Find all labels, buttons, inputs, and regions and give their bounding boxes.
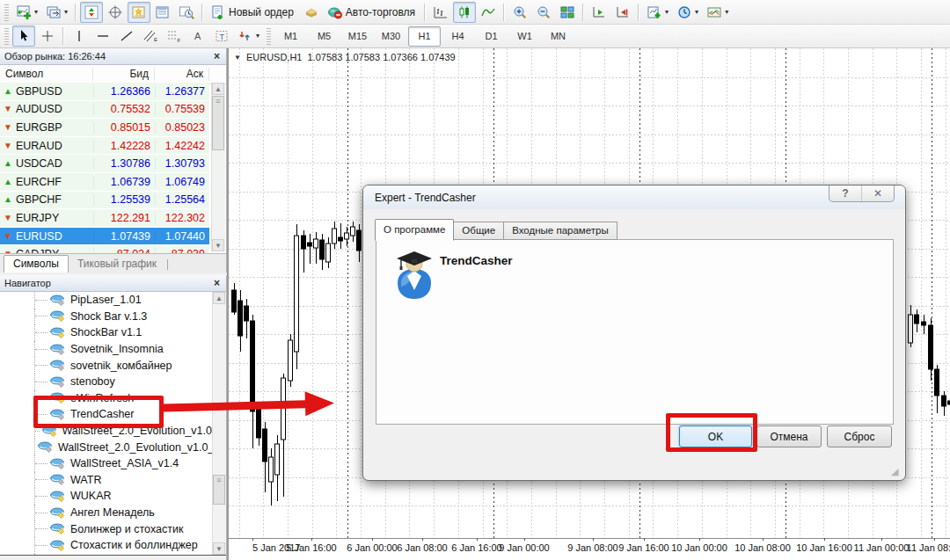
profiles-button[interactable]: ▾ xyxy=(42,2,71,23)
tab-about[interactable]: О программе xyxy=(375,219,454,241)
market-watch-scrollbar[interactable]: ▲ ≡ ▼ xyxy=(211,83,225,251)
equidistant-channel-tool-button[interactable]: E xyxy=(139,25,162,47)
expert-advisor-icon xyxy=(49,309,67,323)
text-tool-button[interactable]: A xyxy=(186,25,209,47)
vertical-line-tool-button[interactable] xyxy=(68,25,91,47)
timeframe-button-w1[interactable]: W1 xyxy=(508,26,541,47)
tab-common[interactable]: Общие xyxy=(454,222,504,240)
navigator-item-wallstreet_2-0_evolution_v1-0_si[interactable]: WallStreet_2.0_Evolution_v1.0_Si xyxy=(0,439,212,455)
navigator-scrollbar[interactable]: ▲ ≡ ▼ xyxy=(212,292,226,555)
market-watch-row-eurgbp[interactable]: ▼EURGBP0.850150.85023 xyxy=(0,119,209,137)
resize-grip-icon[interactable]: ◢ xyxy=(891,466,902,476)
tab-tick-chart[interactable]: Тиковый график xyxy=(69,256,165,273)
autotrading-button[interactable]: Авто-торговля xyxy=(324,2,420,23)
navigator-item-label: WallStreet_ASIA_v1.4 xyxy=(70,457,179,469)
timeframe-button-m15[interactable]: M15 xyxy=(341,26,374,47)
chart-dropdown-icon[interactable]: ▼ xyxy=(234,54,241,62)
market-watch-row-euraud[interactable]: ▼EURAUD1.422281.42242 xyxy=(0,137,209,156)
market-watch-row-usdcad[interactable]: ▲USDCAD1.307861.30793 xyxy=(0,155,209,173)
market-watch-row-gbpchf[interactable]: ▲GBPCHF1.255391.25564 xyxy=(0,192,209,210)
close-icon[interactable]: × xyxy=(212,278,222,288)
price-down-icon: ▼ xyxy=(4,214,12,222)
scroll-down-icon[interactable]: ▼ xyxy=(213,542,225,555)
candlestick-chart-button[interactable] xyxy=(453,2,476,23)
terminal-button[interactable] xyxy=(151,2,174,23)
column-symbol[interactable]: Символ xyxy=(0,68,93,81)
navigator-item-shockbar-v1-1[interactable]: ShockBar v1.1 xyxy=(0,324,212,341)
market-watch-row-eurusd[interactable]: ▼EURUSD1.074391.07440 xyxy=(0,228,209,246)
cursor-tool-button[interactable] xyxy=(12,25,35,47)
navigator-item-stenoboy[interactable]: stenoboy xyxy=(0,374,212,390)
tree-line xyxy=(0,374,35,390)
strategy-tester-button[interactable] xyxy=(175,2,198,23)
price-up-icon: ▲ xyxy=(4,195,12,204)
timeframe-button-h4[interactable]: H4 xyxy=(442,26,474,47)
auto-scroll-button[interactable] xyxy=(588,2,610,23)
timeframe-button-m5[interactable]: M5 xyxy=(308,26,340,47)
market-watch-row-eurchf[interactable]: ▲EURCHF1.067391.06749 xyxy=(0,173,209,192)
column-ask[interactable]: Аск xyxy=(155,68,209,81)
arrows-icon xyxy=(238,29,253,43)
scrollbar-thumb[interactable]: ≡ xyxy=(213,475,225,505)
trendline-tool-button[interactable] xyxy=(115,25,138,47)
tab-symbols[interactable]: Символы xyxy=(4,255,69,273)
scrollbar-thumb[interactable]: ≡ xyxy=(212,96,224,150)
navigator-item-wallstreet_asia_v1-4[interactable]: WallStreet_ASIA_v1.4 xyxy=(0,455,212,472)
scroll-up-icon[interactable]: ▲ xyxy=(213,292,225,304)
market-watch-row-eurjpy[interactable]: ▼EURJPY122.291122.302 xyxy=(0,209,209,228)
toolbar-separator xyxy=(75,4,77,21)
toolbar-gripper[interactable] xyxy=(4,4,9,21)
dialog-close-button[interactable]: ✕ xyxy=(861,185,894,201)
timeframe-button-h1[interactable]: H1 xyxy=(408,26,441,47)
indicators-button[interactable]: ▾ xyxy=(643,2,672,23)
tile-windows-button[interactable] xyxy=(556,2,579,23)
column-bid[interactable]: Бид xyxy=(93,68,155,81)
tab-inputs[interactable]: Входные параметры xyxy=(504,222,618,240)
help-button[interactable]: ? xyxy=(829,185,861,201)
timeframe-button-m1[interactable]: M1 xyxy=(274,26,307,47)
metaeditor-button[interactable] xyxy=(300,2,323,23)
periods-button[interactable]: ▾ xyxy=(673,2,702,23)
timeframe-button-mn[interactable]: MN xyxy=(542,26,574,47)
scroll-up-icon[interactable]: ▲ xyxy=(212,83,224,95)
bar-chart-button[interactable] xyxy=(429,2,452,23)
line-chart-button[interactable] xyxy=(477,2,500,23)
timeframe-button-d1[interactable]: D1 xyxy=(475,26,508,47)
new-chart-button[interactable]: ▾ xyxy=(12,2,41,23)
navigator-item-watr[interactable]: WATR xyxy=(0,472,212,489)
navigator-item-shock-bar-v-1-3[interactable]: Shock Bar v.1.3 xyxy=(0,309,212,325)
market-watch-toggle-button[interactable] xyxy=(80,2,103,23)
zoom-out-button[interactable] xyxy=(532,2,555,23)
navigator-item--[interactable]: Болинжер и стохастик xyxy=(0,520,212,537)
market-watch-row-audusd[interactable]: ▼AUDUSD0.755320.75539 xyxy=(0,101,209,120)
navigator-item-sovetnik_insomnia[interactable]: Sovetnik_Insomnia xyxy=(0,341,212,358)
navigator-item--[interactable]: Ангел Менадель xyxy=(0,505,212,521)
navigator-toggle-button[interactable] xyxy=(128,2,150,23)
toolbar-gripper[interactable] xyxy=(267,27,271,45)
templates-button[interactable]: ▾ xyxy=(703,2,732,23)
horizontal-line-tool-button[interactable] xyxy=(91,25,114,47)
navigator-item-sovetnik_-[interactable]: sovetnik_комбайнер xyxy=(0,357,212,374)
text-label-tool-button[interactable]: T xyxy=(210,25,233,47)
navigator-item-wukar[interactable]: WUKAR xyxy=(0,488,212,505)
toolbar-gripper[interactable] xyxy=(4,27,9,45)
timeframe-button-m30[interactable]: M30 xyxy=(375,26,407,47)
reset-button[interactable]: Сброс xyxy=(827,425,892,447)
arrows-tool-button[interactable]: ▾ xyxy=(234,25,263,47)
toolbar-separator xyxy=(638,4,639,21)
new-order-button[interactable]: Новый ордер xyxy=(207,2,299,23)
crosshair-tool-button[interactable] xyxy=(36,25,59,47)
navigator-item-piplaser_1-01[interactable]: PipLaser_1.01 xyxy=(0,292,212,309)
navigator-item--[interactable]: Стохастик и боллинджер xyxy=(0,537,212,554)
zoom-in-button[interactable] xyxy=(508,2,531,23)
market-watch-row-gbpusd[interactable]: ▲GBPUSD1.263661.26377 xyxy=(0,83,209,101)
scroll-down-icon[interactable]: ▼ xyxy=(212,239,224,251)
close-icon[interactable]: × xyxy=(212,51,222,62)
fibonacci-tool-button[interactable]: F xyxy=(163,25,186,47)
dialog-titlebar[interactable]: Expert - TrendCasher xyxy=(363,185,905,209)
chart-shift-button[interactable] xyxy=(611,2,634,23)
tree-line xyxy=(0,520,35,537)
cancel-button[interactable]: Отмена xyxy=(756,425,822,447)
bull-candle xyxy=(314,239,318,248)
data-window-button[interactable] xyxy=(104,2,127,23)
